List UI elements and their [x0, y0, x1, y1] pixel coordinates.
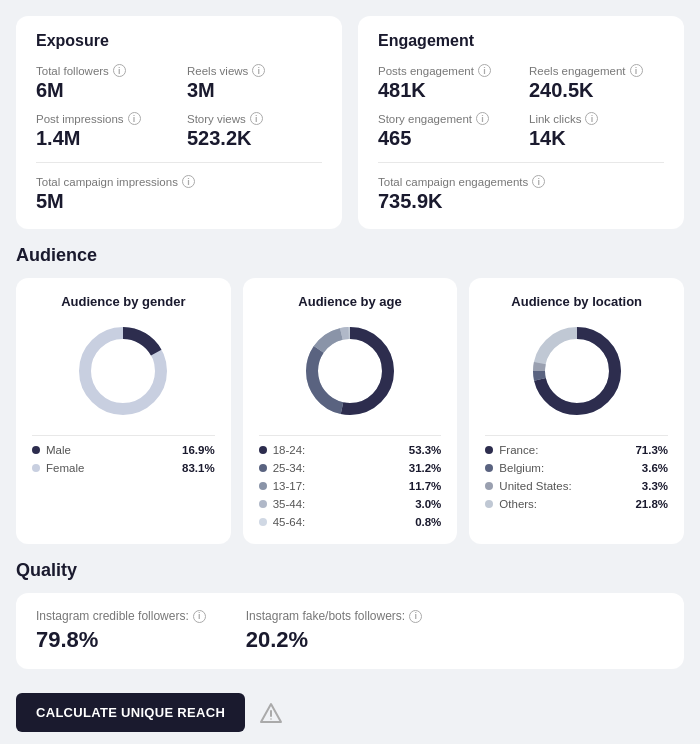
male-label: Male — [46, 444, 176, 456]
story-engagement-label: Story engagement — [378, 113, 472, 125]
post-impressions-info-icon[interactable]: i — [128, 112, 141, 125]
us-label: United States: — [499, 480, 635, 492]
legend-item-male: Male 16.9% — [32, 444, 215, 456]
engagement-metrics: Posts engagement i 481K Reels engagement… — [378, 64, 664, 150]
engagement-metric-reels: Reels engagement i 240.5K — [529, 64, 664, 102]
age-13-17-label: 13-17: — [273, 480, 403, 492]
exposure-card: Exposure Total followers i 6M Reels view… — [16, 16, 342, 229]
age-35-44-label: 35-44: — [273, 498, 409, 510]
story-engagement-value: 465 — [378, 127, 513, 150]
posts-engagement-info-icon[interactable]: i — [478, 64, 491, 77]
quality-metrics: Instagram credible followers: i 79.8% In… — [36, 609, 664, 653]
fake-bots-label: Instagram fake/bots followers: — [246, 609, 405, 623]
warning-icon[interactable] — [257, 699, 285, 727]
engagement-card: Engagement Posts engagement i 481K Reels… — [358, 16, 684, 229]
audience-age-title: Audience by age — [259, 294, 442, 309]
exposure-title: Exposure — [36, 32, 322, 50]
reels-engagement-value: 240.5K — [529, 79, 664, 102]
age-donut-chart — [300, 321, 400, 421]
engagement-metric-posts: Posts engagement i 481K — [378, 64, 513, 102]
story-engagement-info-icon[interactable]: i — [476, 112, 489, 125]
female-dot — [32, 464, 40, 472]
bottom-bar: CALCULATE UNIQUE REACH — [16, 685, 684, 740]
exposure-total-campaign: Total campaign impressions i 5M — [36, 175, 322, 213]
total-followers-value: 6M — [36, 79, 171, 102]
reels-engagement-label: Reels engagement — [529, 65, 626, 77]
legend-item-45-64: 45-64: 0.8% — [259, 516, 442, 528]
age-13-17-dot — [259, 482, 267, 490]
age-18-24-label: 18-24: — [273, 444, 403, 456]
credible-followers-metric: Instagram credible followers: i 79.8% — [36, 609, 206, 653]
legend-item-25-34: 25-34: 31.2% — [259, 462, 442, 474]
fake-bots-info-icon[interactable]: i — [409, 610, 422, 623]
age-18-24-dot — [259, 446, 267, 454]
total-followers-info-icon[interactable]: i — [113, 64, 126, 77]
audience-location-card: Audience by location — [469, 278, 684, 544]
age-legend: 18-24: 53.3% 25-34: 31.2% 13-17: 11.7% — [259, 435, 442, 528]
gender-legend: Male 16.9% Female 83.1% — [32, 435, 215, 474]
post-impressions-label: Post impressions — [36, 113, 124, 125]
others-value: 21.8% — [635, 498, 668, 510]
engagement-metric-story: Story engagement i 465 — [378, 112, 513, 150]
reels-views-value: 3M — [187, 79, 322, 102]
legend-item-belgium: Belgium: 3.6% — [485, 462, 668, 474]
location-chart-container — [485, 321, 668, 421]
age-18-24-value: 53.3% — [409, 444, 442, 456]
audience-gender-title: Audience by gender — [32, 294, 215, 309]
us-value: 3.3% — [642, 480, 668, 492]
location-donut-chart — [527, 321, 627, 421]
legend-item-13-17: 13-17: 11.7% — [259, 480, 442, 492]
link-clicks-info-icon[interactable]: i — [585, 112, 598, 125]
reels-views-info-icon[interactable]: i — [252, 64, 265, 77]
story-views-info-icon[interactable]: i — [250, 112, 263, 125]
svg-point-13 — [270, 718, 272, 720]
exposure-metric-post-impressions: Post impressions i 1.4M — [36, 112, 171, 150]
age-45-64-dot — [259, 518, 267, 526]
legend-item-female: Female 83.1% — [32, 462, 215, 474]
age-45-64-label: 45-64: — [273, 516, 409, 528]
fake-bots-value: 20.2% — [246, 627, 422, 653]
age-35-44-dot — [259, 500, 267, 508]
others-dot — [485, 500, 493, 508]
age-25-34-label: 25-34: — [273, 462, 403, 474]
audience-gender-card: Audience by gender Male — [16, 278, 231, 544]
reels-views-label: Reels views — [187, 65, 248, 77]
legend-item-france: France: 71.3% — [485, 444, 668, 456]
reels-engagement-info-icon[interactable]: i — [630, 64, 643, 77]
total-campaign-impressions-value: 5M — [36, 190, 322, 213]
total-campaign-engagements-label: Total campaign engagements — [378, 176, 528, 188]
female-value: 83.1% — [182, 462, 215, 474]
exposure-metric-story-views: Story views i 523.2K — [187, 112, 322, 150]
legend-item-others: Others: 21.8% — [485, 498, 668, 510]
calculate-unique-reach-button[interactable]: CALCULATE UNIQUE REACH — [16, 693, 245, 732]
audience-section: Audience Audience by gender — [16, 245, 684, 544]
age-25-34-value: 31.2% — [409, 462, 442, 474]
audience-row: Audience by gender Male — [16, 278, 684, 544]
us-dot — [485, 482, 493, 490]
credible-followers-info-icon[interactable]: i — [193, 610, 206, 623]
engagement-metric-links: Link clicks i 14K — [529, 112, 664, 150]
posts-engagement-value: 481K — [378, 79, 513, 102]
france-dot — [485, 446, 493, 454]
audience-age-card: Audience by age — [243, 278, 458, 544]
audience-location-title: Audience by location — [485, 294, 668, 309]
total-campaign-impressions-label: Total campaign impressions — [36, 176, 178, 188]
age-45-64-value: 0.8% — [415, 516, 441, 528]
story-views-label: Story views — [187, 113, 246, 125]
age-35-44-value: 3.0% — [415, 498, 441, 510]
total-campaign-engagements-info-icon[interactable]: i — [532, 175, 545, 188]
age-13-17-value: 11.7% — [409, 480, 442, 492]
engagement-title: Engagement — [378, 32, 664, 50]
quality-section: Quality Instagram credible followers: i … — [16, 560, 684, 669]
belgium-label: Belgium: — [499, 462, 635, 474]
credible-followers-value: 79.8% — [36, 627, 206, 653]
total-campaign-engagements-value: 735.9K — [378, 190, 664, 213]
total-campaign-impressions-info-icon[interactable]: i — [182, 175, 195, 188]
exposure-metric-reels-views: Reels views i 3M — [187, 64, 322, 102]
posts-engagement-label: Posts engagement — [378, 65, 474, 77]
fake-bots-metric: Instagram fake/bots followers: i 20.2% — [246, 609, 422, 653]
belgium-value: 3.6% — [642, 462, 668, 474]
gender-chart-container — [32, 321, 215, 421]
engagement-total-campaign: Total campaign engagements i 735.9K — [378, 175, 664, 213]
male-value: 16.9% — [182, 444, 215, 456]
